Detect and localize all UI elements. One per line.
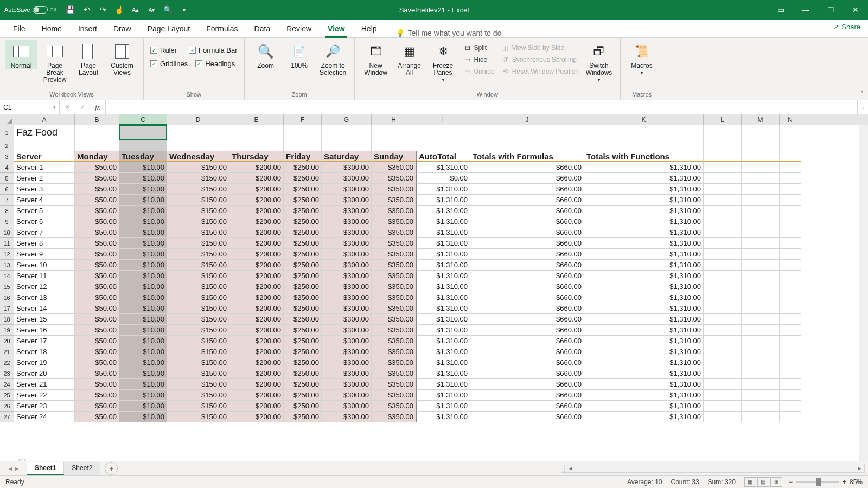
cell[interactable]	[470, 140, 584, 151]
cell[interactable]: $250.00	[284, 336, 322, 346]
cell[interactable]: $250.00	[284, 379, 322, 390]
cell[interactable]	[742, 125, 780, 140]
cell[interactable]: $350.00	[372, 162, 416, 173]
cell[interactable]: $1,310.00	[584, 238, 704, 249]
cell[interactable]: $1,310.00	[584, 260, 704, 271]
cell[interactable]	[704, 368, 742, 379]
cell[interactable]	[704, 379, 742, 390]
cell[interactable]	[742, 390, 780, 401]
cell[interactable]: $200.00	[229, 368, 284, 379]
cell[interactable]: $250.00	[284, 368, 322, 379]
font-increase-icon[interactable]: A▴	[130, 4, 141, 15]
column-header-C[interactable]: C	[119, 114, 167, 125]
cell[interactable]: $200.00	[229, 216, 284, 227]
cell[interactable]: $1,310.00	[416, 162, 470, 173]
close-icon[interactable]: ✕	[843, 0, 868, 20]
cell[interactable]: $1,310.00	[584, 184, 704, 195]
formula-input[interactable]	[106, 100, 857, 114]
cell[interactable]: $50.00	[75, 368, 119, 379]
cell[interactable]: $200.00	[229, 184, 284, 195]
zoom-button[interactable]: 🔍Zoom	[250, 40, 282, 69]
cell[interactable]	[742, 281, 780, 292]
cell[interactable]	[704, 271, 742, 281]
column-header-M[interactable]: M	[742, 114, 780, 125]
cell[interactable]: $660.00	[470, 303, 584, 314]
cell[interactable]: $200.00	[229, 260, 284, 271]
column-header-A[interactable]: A	[14, 114, 75, 125]
cell[interactable]: $1,310.00	[416, 390, 470, 401]
cell[interactable]: $660.00	[470, 281, 584, 292]
cell[interactable]: $300.00	[322, 303, 372, 314]
cell[interactable]	[704, 412, 742, 422]
cell[interactable]	[167, 125, 229, 140]
worksheet-grid[interactable]: ABCDEFGHIJKLMN 1Faz Food23ServerMondayTu…	[0, 114, 868, 461]
cell[interactable]: $1,310.00	[416, 238, 470, 249]
cell[interactable]: Server 10	[14, 260, 75, 271]
cell[interactable]	[780, 314, 801, 325]
row-header[interactable]: 2	[0, 140, 14, 151]
page-break-preview-button[interactable]: Page Break Preview	[39, 40, 71, 84]
cell[interactable]: $660.00	[470, 260, 584, 271]
cell[interactable]: $250.00	[284, 401, 322, 412]
zoom-level[interactable]: 85%	[850, 478, 863, 486]
cell[interactable]	[704, 195, 742, 206]
zoom-out-button[interactable]: −	[789, 478, 793, 486]
cell[interactable]: Server 3	[14, 184, 75, 195]
cell[interactable]: Server 18	[14, 346, 75, 357]
cell[interactable]: Server 23	[14, 401, 75, 412]
cell[interactable]: $660.00	[470, 412, 584, 422]
cell[interactable]	[742, 379, 780, 390]
cell[interactable]: $200.00	[229, 314, 284, 325]
cell[interactable]: Server 2	[14, 173, 75, 184]
cell[interactable]: $10.00	[119, 325, 167, 336]
cell[interactable]: $300.00	[322, 292, 372, 303]
cell[interactable]: $150.00	[167, 303, 229, 314]
cell[interactable]: $10.00	[119, 303, 167, 314]
cell[interactable]: $50.00	[75, 390, 119, 401]
cell[interactable]: $1,310.00	[584, 216, 704, 227]
tab-file[interactable]: File	[5, 20, 33, 37]
cell[interactable]: Server 1	[14, 162, 75, 173]
headings-checkbox[interactable]: ✓Headings	[194, 58, 236, 69]
collapse-ribbon-icon[interactable]: ˄	[860, 91, 864, 98]
cell[interactable]: $150.00	[167, 184, 229, 195]
cell[interactable]	[704, 346, 742, 357]
page-layout-view-icon[interactable]: ▤	[757, 477, 769, 487]
cell[interactable]: $660.00	[470, 216, 584, 227]
cell[interactable]	[742, 303, 780, 314]
cell[interactable]: $10.00	[119, 206, 167, 216]
cell[interactable]	[780, 271, 801, 281]
cell[interactable]: $1,310.00	[584, 206, 704, 216]
cell[interactable]: $660.00	[470, 249, 584, 260]
cell[interactable]: $1,310.00	[584, 271, 704, 281]
cell[interactable]	[75, 140, 119, 151]
cell[interactable]: $200.00	[229, 206, 284, 216]
cell[interactable]: $300.00	[322, 314, 372, 325]
cell[interactable]: $660.00	[470, 227, 584, 238]
cell[interactable]: Server 21	[14, 379, 75, 390]
cell[interactable]: $150.00	[167, 206, 229, 216]
cell[interactable]	[704, 184, 742, 195]
tell-me-search[interactable]: 💡 Tell me what you want to do	[395, 29, 502, 37]
cell[interactable]: $350.00	[372, 292, 416, 303]
undo-icon[interactable]: ↶	[81, 4, 92, 15]
cell[interactable]	[780, 346, 801, 357]
cell[interactable]: $150.00	[167, 379, 229, 390]
cell[interactable]	[742, 162, 780, 173]
cell[interactable]	[742, 401, 780, 412]
cell[interactable]: $50.00	[75, 238, 119, 249]
cell[interactable]	[704, 390, 742, 401]
cell[interactable]	[704, 325, 742, 336]
cell[interactable]: $250.00	[284, 216, 322, 227]
column-header-E[interactable]: E	[229, 114, 284, 125]
cell[interactable]: Wednesday	[167, 151, 229, 162]
find-icon[interactable]: 🔍	[163, 4, 174, 15]
cell[interactable]: $300.00	[322, 173, 372, 184]
cell[interactable]	[742, 173, 780, 184]
cell[interactable]: $150.00	[167, 325, 229, 336]
cell[interactable]: $1,310.00	[416, 357, 470, 368]
cell[interactable]: $150.00	[167, 390, 229, 401]
cell[interactable]: $200.00	[229, 401, 284, 412]
cell[interactable]: Faz Food	[14, 125, 75, 140]
cell[interactable]: Server 12	[14, 281, 75, 292]
